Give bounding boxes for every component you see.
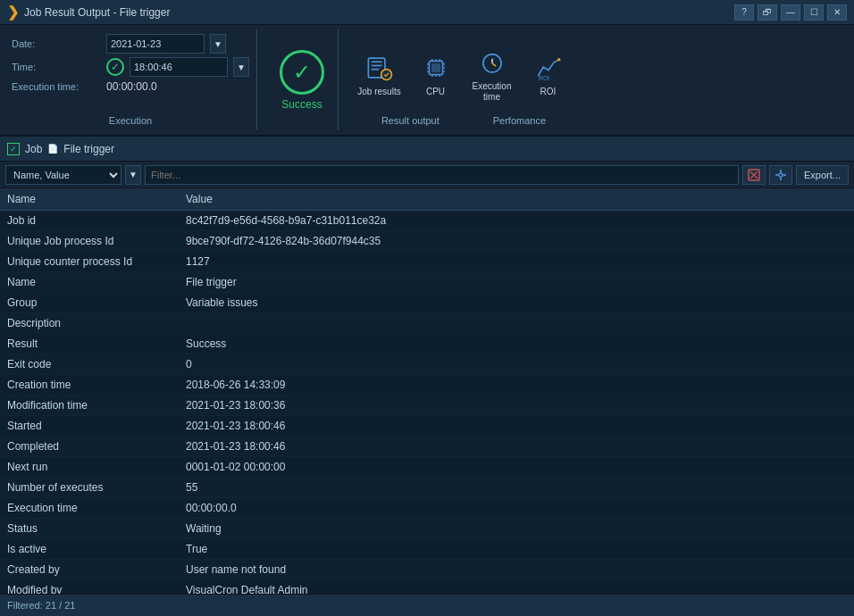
cell-name: Exit code [0,354,179,375]
time-label: Time: [12,62,101,72]
title-bar: ❯ Job Result Output - File trigger ? 🗗 —… [0,0,854,25]
svg-rect-30 [775,174,778,176]
table-row: StatusWaiting [0,519,854,539]
cell-name: Next run [0,457,179,478]
result-icons-row: Job results [355,42,573,106]
cell-value: Waiting [179,519,854,539]
cell-name: Is active [0,539,179,560]
cpu-icon [419,51,453,85]
svg-rect-31 [783,174,786,176]
help-button[interactable]: ? [734,4,754,21]
execution-label: Execution [109,115,152,126]
restore-button[interactable]: 🗗 [758,4,777,21]
cell-value: 8c42f7d9-e56d-4568-b9a7-c31b011ce32a [179,211,854,231]
breadcrumb-job[interactable]: Job [25,143,42,155]
table-row: Created byUser name not found [0,560,854,580]
filter-settings-btn[interactable] [769,165,792,185]
execution-time-btn[interactable]: Execution time [467,42,516,106]
svg-line-21 [492,63,496,66]
time-row: Time: ✓ ▼ [12,57,249,77]
check-icon: ✓ [106,58,124,76]
execution-time-label: Execution time [469,81,515,103]
cell-value: 9bce790f-df72-4126-824b-36d07f944c35 [179,231,854,252]
table-row: Completed2021-01-23 18:00:46 [0,437,854,457]
cell-value: Variable issues [179,293,854,313]
table-row: ResultSuccess [0,334,854,354]
table-row: GroupVariable issues [0,293,854,313]
cell-name: Modification time [0,395,179,416]
cell-name: Created by [0,560,179,580]
roi-icon: ROI [532,51,565,85]
roi-btn[interactable]: ROI ROI [523,42,573,106]
table-row: Execution time00:00:00.0 [0,498,854,519]
table-row: Modification time2021-01-23 18:00:36 [0,395,854,416]
cell-value [179,313,854,334]
data-table-container: Name Value Job id8c42f7d9-e56d-4568-b9a7… [0,188,854,594]
svg-rect-2 [371,65,381,67]
svg-rect-1 [371,61,381,62]
breadcrumb-doc-icon: 📄 [47,144,58,154]
cell-value: File trigger [179,272,854,293]
cpu-btn[interactable]: CPU [411,42,460,106]
window-title: Job Result Output - File trigger [24,6,170,19]
cell-name: Creation time [0,375,179,395]
cell-value: User name not found [179,560,854,580]
cell-name: Execution time [0,498,179,519]
svg-point-24 [557,58,560,61]
filter-clear-btn[interactable] [742,165,766,185]
col-name-header: Name [0,188,179,211]
data-table: Name Value Job id8c42f7d9-e56d-4568-b9a7… [0,188,854,594]
filter-select[interactable]: Name, Value [5,165,121,185]
time-dropdown[interactable]: ▼ [233,57,249,77]
cell-value: VisualCron Default Admin [179,580,854,595]
table-row: Number of executes55 [0,478,854,498]
export-button[interactable]: Export... [796,165,849,185]
close-button[interactable]: ✕ [827,4,847,21]
date-row: Date: ▼ [12,34,249,54]
cell-name: Name [0,272,179,293]
cell-value: Success [179,334,854,354]
cell-name: Completed [0,437,179,457]
filter-select-dropdown[interactable]: ▼ [125,165,141,185]
execution-section: Date: ▼ Time: ✓ ▼ Execution time: 00:00:… [4,29,257,130]
table-row: Started2021-01-23 18:00:46 [0,416,854,437]
table-row: Job id8c42f7d9-e56d-4568-b9a7-c31b011ce3… [0,211,854,231]
result-output-header: Result output [381,115,440,126]
date-dropdown[interactable]: ▼ [210,34,226,54]
window-controls: ? 🗗 — ☐ ✕ [734,4,847,21]
cell-name: Job id [0,211,179,231]
table-row: Creation time2018-06-26 14:33:09 [0,375,854,395]
date-input[interactable] [106,34,205,54]
cell-value: 0 [179,354,854,375]
breadcrumb-trigger[interactable]: File trigger [63,143,114,155]
table-row: Description [0,313,854,334]
filter-input[interactable] [145,165,739,185]
app-logo: ❯ [7,4,19,21]
svg-rect-3 [371,69,378,71]
table-row: NameFile trigger [0,272,854,293]
time-input[interactable] [130,57,228,77]
execution-time-icon [475,46,509,79]
success-circle: ✓ [280,50,324,95]
job-results-btn[interactable]: Job results [355,42,404,106]
svg-rect-33 [780,178,782,180]
cpu-label: CPU [426,87,445,97]
cell-name: Number of executes [0,478,179,498]
breadcrumb-bar: ✓ Job 📄 File trigger [0,137,854,162]
cell-name: Status [0,519,179,539]
table-row: Unique Job process Id9bce790f-df72-4126-… [0,231,854,252]
roi-label: ROI [540,87,557,97]
cell-value: 2018-06-26 14:33:09 [179,375,854,395]
minimize-button[interactable]: — [781,4,800,21]
job-results-label: Job results [357,87,400,97]
date-label: Date: [12,38,101,49]
svg-rect-6 [431,63,440,72]
cell-value: 2021-01-23 18:00:46 [179,416,854,437]
exec-time-label: Execution time: [12,81,101,92]
cell-value: 0001-01-02 00:00:00 [179,457,854,478]
maximize-button[interactable]: ☐ [804,4,824,21]
cell-name: Group [0,293,179,313]
cell-value: 2021-01-23 18:00:36 [179,395,854,416]
exec-fields: Date: ▼ Time: ✓ ▼ Execution time: 00:00:… [12,34,249,93]
cell-value: 1127 [179,252,854,272]
